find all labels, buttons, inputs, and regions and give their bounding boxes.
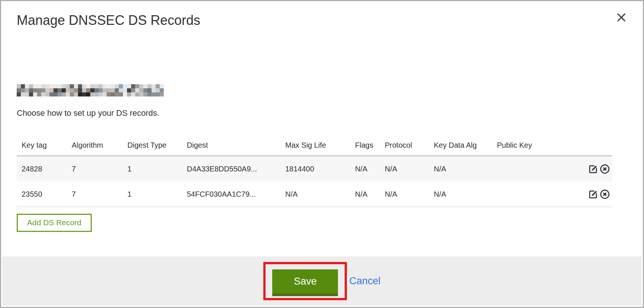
delete-record-button[interactable] — [599, 189, 611, 200]
col-header-protocol: Protocol — [385, 141, 434, 150]
col-header-max-sig-life: Max Sig Life — [285, 141, 355, 150]
col-header-digest-type: Digest Type — [127, 141, 187, 150]
edit-record-button[interactable] — [588, 163, 599, 175]
add-ds-record-button[interactable]: Add DS Record — [17, 214, 92, 232]
col-header-algorithm: Algorithm — [72, 141, 127, 150]
intro-text: Choose how to set up your DS records. — [17, 108, 611, 118]
manage-dnssec-dialog: { "dialog": { "title": "Manage DNSSEC DS… — [0, 0, 644, 308]
col-header-key-data-alg: Key Data Alg — [434, 141, 497, 150]
cell-flags: N/A — [355, 190, 385, 199]
cell-flags: N/A — [355, 165, 385, 173]
edit-record-button[interactable] — [588, 189, 599, 200]
cell-key-tag: 24828 — [17, 165, 72, 173]
cell-digest-type: 1 — [127, 165, 187, 173]
cell-algorithm: 7 — [72, 165, 127, 173]
col-header-public-key: Public Key — [497, 141, 577, 150]
save-button[interactable]: Save — [272, 269, 338, 296]
dialog-footer: Save Cancel — [2, 256, 642, 306]
table-row: 24828 7 1 D4A33E8DD550A9... 1814400 N/A … — [17, 156, 612, 181]
table-row: 23550 7 1 54FCF030AA1C79... N/A N/A N/A … — [17, 181, 612, 207]
red-annotation-box: Save — [263, 262, 347, 300]
col-header-digest: Digest — [187, 141, 285, 150]
cell-digest: 54FCF030AA1C79... — [187, 190, 285, 199]
col-header-flags: Flags — [355, 141, 385, 150]
table-body: 24828 7 1 D4A33E8DD550A9... 1814400 N/A … — [17, 155, 612, 207]
circle-x-icon — [599, 163, 611, 175]
cell-key-data-alg: N/A — [434, 165, 497, 173]
cell-max-sig-life: 1814400 — [285, 165, 355, 173]
cancel-link[interactable]: Cancel — [349, 275, 380, 287]
cell-key-tag: 23550 — [17, 190, 72, 199]
cell-protocol: N/A — [385, 190, 434, 199]
circle-x-icon — [599, 189, 611, 200]
cell-digest-type: 1 — [127, 190, 187, 199]
edit-pencil-icon — [588, 189, 599, 200]
cell-digest: D4A33E8DD550A9... — [187, 165, 285, 173]
cell-max-sig-life: N/A — [285, 190, 355, 199]
cell-algorithm: 7 — [72, 190, 127, 199]
col-header-key-tag: Key tag — [17, 141, 72, 150]
cell-key-data-alg: N/A — [434, 190, 497, 199]
table-header-row: Key tag Algorithm Digest Type Digest Max… — [17, 134, 612, 155]
cell-protocol: N/A — [385, 165, 434, 173]
ds-records-table: Key tag Algorithm Digest Type Digest Max… — [17, 134, 612, 207]
delete-record-button[interactable] — [599, 163, 611, 175]
edit-pencil-icon — [588, 163, 599, 175]
redacted-domain-name — [17, 84, 164, 96]
dialog-title: Manage DNSSEC DS Records — [17, 12, 611, 29]
